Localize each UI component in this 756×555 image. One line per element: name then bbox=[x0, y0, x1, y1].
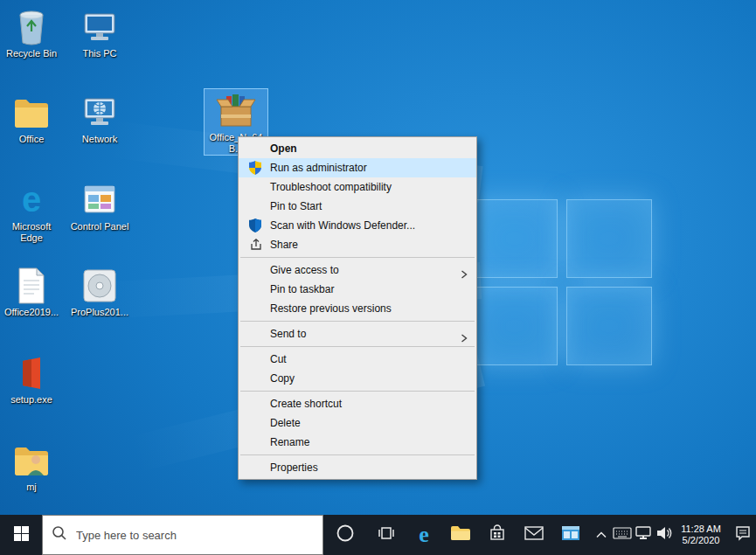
menu-separator bbox=[240, 454, 475, 455]
desktop-icon-control-panel[interactable]: Control Panel bbox=[68, 178, 131, 232]
menu-item-label: Share bbox=[270, 239, 298, 251]
file-explorer-icon bbox=[449, 524, 472, 546]
menu-separator bbox=[240, 321, 475, 322]
taskbar-edge-button[interactable]: e bbox=[406, 515, 442, 555]
menu-item-label: Give access to bbox=[270, 264, 339, 276]
mail-icon bbox=[524, 524, 544, 545]
recycle-bin-icon bbox=[0, 5, 63, 47]
desktop-icon-label: Control Panel bbox=[68, 221, 131, 232]
desktop-icon-proplus-file[interactable]: ProPlus201... bbox=[68, 264, 131, 318]
taskbar-search-box[interactable] bbox=[42, 515, 323, 555]
menu-item-cut[interactable]: Cut bbox=[239, 350, 476, 369]
app-window-icon bbox=[560, 524, 581, 546]
search-icon bbox=[52, 525, 67, 545]
menu-item-create-shortcut[interactable]: Create shortcut bbox=[239, 394, 476, 413]
share-icon bbox=[249, 238, 263, 252]
menu-item-run-as-administrator[interactable]: Run as administrator bbox=[239, 158, 476, 177]
taskbar: e 11:28 AM 5/2/2020 bbox=[0, 515, 756, 555]
start-button[interactable] bbox=[0, 515, 42, 555]
menu-item-label: Delete bbox=[270, 417, 301, 429]
windows-logo-pane bbox=[472, 287, 558, 365]
menu-item-label: Copy bbox=[270, 372, 295, 385]
menu-item-pin-to-taskbar[interactable]: Pin to taskbar bbox=[239, 280, 476, 299]
tray-volume-button[interactable] bbox=[654, 515, 675, 555]
document-icon bbox=[0, 264, 63, 306]
desktop-icon-this-pc[interactable]: This PC bbox=[68, 5, 131, 59]
taskbar-clock[interactable]: 11:28 AM 5/2/2020 bbox=[675, 515, 727, 555]
desktop-icon-recycle-bin[interactable]: Recycle Bin bbox=[0, 5, 63, 59]
menu-item-label: Troubleshoot compatibility bbox=[270, 181, 392, 193]
menu-item-share[interactable]: Share bbox=[239, 235, 476, 254]
desktop-icon-label: Recycle Bin bbox=[0, 48, 63, 59]
archive-box-icon bbox=[205, 89, 267, 131]
menu-item-label: Scan with Windows Defender... bbox=[270, 219, 415, 232]
context-menu: Open Run as administrator Troubleshoot c… bbox=[238, 136, 477, 480]
menu-item-properties[interactable]: Properties bbox=[239, 458, 476, 477]
clock-date: 5/2/2020 bbox=[683, 535, 720, 546]
cortana-button[interactable] bbox=[325, 515, 365, 555]
cortana-icon bbox=[336, 524, 355, 546]
desktop-icon-mj-folder[interactable]: mj bbox=[0, 439, 63, 493]
task-view-button[interactable] bbox=[367, 515, 406, 555]
desktop-icon-label: Network bbox=[68, 134, 131, 145]
menu-item-label: Pin to Start bbox=[270, 200, 322, 212]
tray-network-button[interactable] bbox=[633, 515, 654, 555]
taskbar-file-explorer-button[interactable] bbox=[442, 515, 479, 555]
desktop-icon-label: Office bbox=[0, 134, 63, 145]
menu-item-label: Run as administrator bbox=[270, 162, 367, 174]
clock-time: 11:28 AM bbox=[681, 524, 721, 535]
tray-touch-keyboard-button[interactable] bbox=[612, 515, 633, 555]
task-view-icon bbox=[377, 524, 396, 546]
desktop-icon-office2019-file[interactable]: Office2019... bbox=[0, 264, 63, 318]
menu-item-restore-previous-versions[interactable]: Restore previous versions bbox=[239, 299, 476, 318]
desktop-icon-network[interactable]: Network bbox=[68, 91, 131, 145]
svg-text:e: e bbox=[22, 181, 41, 219]
menu-separator bbox=[240, 391, 475, 392]
wallpaper-windows-logo bbox=[472, 199, 652, 365]
menu-item-copy[interactable]: Copy bbox=[239, 369, 476, 388]
menu-item-label: Rename bbox=[270, 436, 309, 448]
menu-item-label: Create shortcut bbox=[270, 398, 342, 410]
desktop: Recycle Bin This PC Office Network e Mic… bbox=[0, 0, 756, 555]
desktop-icon-microsoft-edge[interactable]: e Microsoft Edge bbox=[0, 178, 63, 244]
edge-icon: e bbox=[0, 178, 63, 220]
desktop-icon-label: mj bbox=[0, 482, 63, 493]
office-setup-icon bbox=[0, 351, 63, 393]
menu-item-scan-with-windows-defender[interactable]: Scan with Windows Defender... bbox=[239, 216, 476, 235]
menu-separator bbox=[240, 346, 475, 347]
chevron-up-icon bbox=[595, 527, 607, 543]
this-pc-icon bbox=[68, 5, 131, 47]
menu-item-delete[interactable]: Delete bbox=[239, 413, 476, 433]
folder-icon bbox=[0, 91, 63, 133]
windows-start-icon bbox=[14, 526, 29, 545]
disc-image-icon bbox=[68, 264, 131, 306]
taskbar-app-window-button[interactable] bbox=[552, 515, 589, 555]
user-folder-icon bbox=[0, 439, 63, 481]
desktop-icon-label: Microsoft Edge bbox=[0, 221, 63, 244]
action-center-button[interactable] bbox=[729, 515, 756, 555]
desktop-icon-label: Office2019... bbox=[0, 307, 63, 318]
action-center-icon bbox=[734, 524, 752, 545]
menu-item-label: Properties bbox=[270, 461, 318, 474]
menu-item-label: Send to bbox=[270, 328, 306, 340]
control-panel-icon bbox=[68, 178, 131, 220]
menu-item-open[interactable]: Open bbox=[239, 139, 476, 158]
tray-show-hidden-icons-button[interactable] bbox=[591, 515, 612, 555]
search-input[interactable] bbox=[76, 529, 314, 542]
desktop-icon-setup-exe[interactable]: setup.exe bbox=[0, 351, 63, 406]
edge-icon: e bbox=[419, 522, 429, 548]
uac-shield-icon bbox=[249, 161, 263, 175]
keyboard-icon bbox=[613, 526, 632, 544]
menu-item-troubleshoot-compatibility[interactable]: Troubleshoot compatibility bbox=[239, 177, 476, 197]
windows-defender-icon bbox=[249, 219, 263, 232]
menu-item-pin-to-start[interactable]: Pin to Start bbox=[239, 197, 476, 216]
taskbar-mail-button[interactable] bbox=[516, 515, 552, 555]
menu-item-send-to[interactable]: Send to bbox=[239, 324, 476, 343]
desktop-icon-label: ProPlus201... bbox=[68, 307, 131, 318]
menu-item-rename[interactable]: Rename bbox=[239, 433, 476, 452]
menu-item-give-access-to[interactable]: Give access to bbox=[239, 260, 476, 280]
desktop-icon-label: This PC bbox=[68, 48, 131, 59]
desktop-icon-label: setup.exe bbox=[0, 394, 63, 406]
desktop-icon-office-folder[interactable]: Office bbox=[0, 91, 63, 145]
taskbar-store-button[interactable] bbox=[479, 515, 516, 555]
